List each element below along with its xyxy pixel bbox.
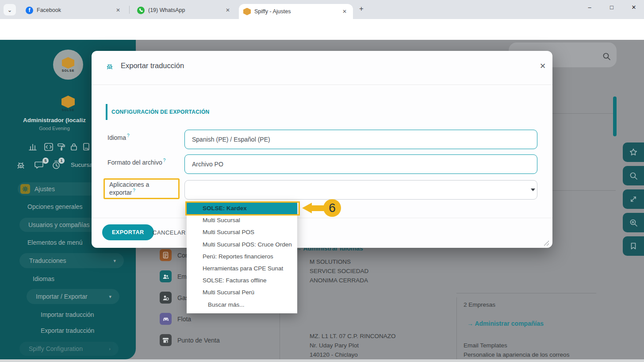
- people-icon: [160, 270, 172, 282]
- tab-separator: [129, 6, 130, 14]
- sidebar-item-traducciones[interactable]: Traducciones ▾: [19, 253, 124, 268]
- dropdown-option-solse-kardex[interactable]: SOLSE: Kardex: [187, 202, 297, 214]
- section-title: CONFIGURACIÓN DE EXPORTACIÓN: [111, 109, 210, 115]
- modal-close-icon[interactable]: ✕: [537, 61, 548, 71]
- idioma-label: Idioma?: [107, 133, 130, 141]
- facebook-favicon-icon: f: [26, 7, 33, 14]
- sidebar-item-ajustes[interactable]: Ajustes: [18, 182, 97, 196]
- dropdown-option[interactable]: Perú: Reportes financieros: [187, 250, 297, 262]
- dropdown-option[interactable]: Multi Sucursal: [187, 214, 297, 226]
- sidebar-item-exportar-traduccion[interactable]: Exportar traducción: [41, 325, 94, 336]
- link-arrow-icon: →: [467, 320, 473, 327]
- chevron-down-icon: ▾: [109, 294, 111, 300]
- tab-search-chevron-icon: ⌄: [8, 7, 12, 13]
- page-scrollbar[interactable]: [613, 96, 617, 136]
- tab-spiffy-close-icon[interactable]: ✕: [341, 8, 349, 15]
- tab-search-button[interactable]: ⌄: [4, 4, 16, 15]
- tab-whatsapp-close-icon[interactable]: ✕: [224, 6, 232, 14]
- app-item-gastos[interactable]: Gas: [160, 292, 189, 304]
- companies-count: 2 Empresas: [464, 301, 495, 308]
- solse-logo-word: SOLSE: [62, 69, 75, 72]
- apps-dropdown-menu: SOLSE: Kardex Multi Sucursal Multi Sucur…: [187, 202, 297, 313]
- company-name-block: M SOLUTIONS SERVICE SOCIEDAD ANONIMA CER…: [310, 257, 368, 285]
- company-logo: SOLSE: [61, 96, 75, 112]
- manage-companies-link[interactable]: → Administrar compañías: [467, 320, 544, 327]
- modal-footer-divider: [92, 218, 552, 218]
- activity-clock-icon[interactable]: 1: [51, 160, 61, 170]
- tab-facebook-close-icon[interactable]: ✕: [114, 6, 122, 14]
- app-item-empleados[interactable]: Emp: [160, 270, 190, 282]
- email-templates-desc: Personalice la apariencia de los correos: [464, 351, 569, 358]
- activity-badge: 1: [58, 158, 65, 164]
- help-icon[interactable]: ?: [163, 158, 166, 163]
- sidebar-item-importar-traduccion[interactable]: Importar traducción: [41, 309, 94, 320]
- annotation-arrow-icon: [302, 203, 312, 213]
- tab-spiffy-title: Spiffy - Ajustes: [254, 8, 291, 15]
- debug-bug-icon[interactable]: [16, 160, 26, 170]
- tab-facebook[interactable]: f Facebook ✕: [21, 3, 126, 18]
- sidebar-item-opciones-generales[interactable]: Opciones generales: [27, 201, 83, 212]
- window-maximize-button[interactable]: □: [602, 0, 622, 14]
- expand-float-button[interactable]: [623, 189, 644, 209]
- tab-whatsapp[interactable]: (19) WhatsApp ✕: [133, 3, 236, 18]
- annotation-arrow-icon: [312, 205, 324, 211]
- dropdown-option[interactable]: Multi Sucursal Perú: [187, 286, 297, 298]
- chat-icon[interactable]: 5: [34, 160, 45, 170]
- sidebar-item-elementos-de-menu[interactable]: Elementos de menú: [27, 237, 83, 248]
- sidebar-item-spiffy-configuration[interactable]: Spiffy Configuration ›: [19, 342, 119, 356]
- debug-bug-icon: [106, 62, 114, 70]
- apps-label-highlight: Aplicaciones a exportar?: [104, 178, 180, 199]
- app-item-punto-de-venta[interactable]: Punto de Venta: [160, 334, 220, 346]
- paint-roller-icon[interactable]: [57, 143, 65, 151]
- window-close-button[interactable]: ✕: [624, 0, 644, 14]
- dropdown-option-search-more[interactable]: Buscar más...: [187, 299, 297, 311]
- apps-label: Aplicaciones a exportar?: [109, 181, 178, 196]
- modal-resize-handle[interactable]: [544, 240, 549, 246]
- formato-input[interactable]: [184, 154, 537, 174]
- spiffy-favicon-icon: [243, 8, 251, 15]
- tab-spiffy-active[interactable]: Spiffy - Ajustes ✕: [239, 4, 353, 19]
- chevron-down-icon: ▾: [113, 258, 116, 264]
- app-item-flota[interactable]: Flota: [160, 313, 191, 325]
- chat-badge: 5: [42, 158, 49, 164]
- user-name: Administrador (localiz: [8, 117, 101, 123]
- sidebar-item-importar-exportar[interactable]: Importar / Exportar ▾: [27, 289, 119, 304]
- bookmark-float-button[interactable]: [623, 236, 644, 256]
- tab-whatsapp-title: (19) WhatsApp: [148, 7, 185, 13]
- idioma-input[interactable]: [184, 130, 537, 149]
- app-label: Flota: [177, 316, 191, 323]
- sucursal-switcher[interactable]: Sucursa: [71, 162, 93, 168]
- favorite-float-button[interactable]: [623, 142, 644, 162]
- cancel-button[interactable]: CANCELAR: [146, 224, 192, 240]
- gear-icon: [20, 184, 30, 194]
- document-icon[interactable]: [82, 142, 90, 151]
- page-bottom-edge: [0, 359, 644, 362]
- dropdown-option[interactable]: Herramientas para CPE Sunat: [187, 262, 297, 274]
- modal-title: Exportar traducción: [121, 62, 184, 70]
- sidebar-item-idiomas[interactable]: Idiomas: [33, 273, 54, 284]
- avatar[interactable]: SOLSE: [53, 50, 83, 80]
- dropdown-option[interactable]: SOLSE: Facturas offline: [187, 274, 297, 286]
- help-icon[interactable]: ?: [127, 133, 130, 138]
- section-divider: [456, 293, 596, 293]
- dropdown-option[interactable]: Multi Sucursal POS: Cruce Orden: [187, 239, 297, 250]
- reporting-icon[interactable]: [28, 142, 37, 151]
- app-item-contabilidad[interactable]: Con: [160, 249, 189, 261]
- lock-icon[interactable]: [70, 142, 78, 151]
- dropdown-option[interactable]: Multi Sucursal POS: [187, 226, 297, 238]
- car-icon: [160, 313, 172, 325]
- select-caret-icon[interactable]: [531, 189, 535, 191]
- developer-code-icon[interactable]: [44, 143, 53, 151]
- search-float-button[interactable]: [623, 166, 644, 185]
- window-minimize-button[interactable]: –: [579, 0, 600, 14]
- apps-select-input[interactable]: [184, 180, 537, 200]
- help-icon[interactable]: ?: [133, 188, 135, 193]
- new-tab-button[interactable]: +: [359, 4, 364, 13]
- browser-toolbar: ← → ⟳ localizacion.solse.pe/web#action=8…: [0, 19, 644, 40]
- annotation-step-badge: 6: [323, 199, 341, 217]
- solse-logo-icon: [62, 57, 74, 69]
- zoom-in-float-button[interactable]: [623, 213, 644, 232]
- search-icon[interactable]: [602, 52, 611, 61]
- column-divider: [456, 297, 457, 359]
- solse-logo-icon: [61, 96, 75, 108]
